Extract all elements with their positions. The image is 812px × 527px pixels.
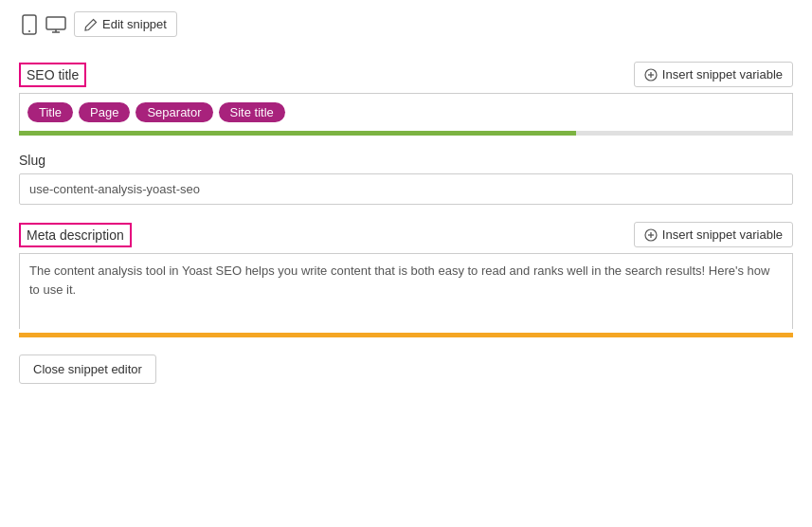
edit-snippet-label: Edit snippet — [102, 17, 167, 31]
seo-title-insert-variable-label: Insert snippet variable — [662, 67, 783, 82]
svg-rect-2 — [46, 17, 65, 29]
seo-title-section: SEO title Insert snippet variable Title … — [19, 62, 793, 136]
tag-page[interactable]: Page — [79, 102, 130, 122]
slug-input[interactable] — [19, 173, 793, 205]
plus-circle-icon-meta — [644, 228, 658, 242]
meta-description-label: Meta description — [19, 223, 132, 247]
seo-title-label: SEO title — [19, 63, 86, 87]
device-icons — [19, 16, 66, 33]
seo-title-insert-variable-button[interactable]: Insert snippet variable — [634, 62, 793, 87]
close-snippet-editor-button[interactable]: Close snippet editor — [19, 354, 156, 384]
meta-description-textarea[interactable]: The content analysis tool in Yoast SEO h… — [19, 253, 793, 329]
edit-snippet-button[interactable]: Edit snippet — [74, 11, 177, 37]
seo-title-tags-container[interactable]: Title Page Separator Site title — [19, 93, 793, 131]
tag-title[interactable]: Title — [27, 102, 73, 122]
desktop-icon[interactable] — [45, 16, 66, 33]
tag-site-title[interactable]: Site title — [219, 102, 285, 122]
mobile-icon[interactable] — [19, 16, 40, 33]
svg-point-1 — [28, 30, 30, 32]
meta-description-section: Meta description Insert snippet variable… — [19, 222, 793, 337]
meta-description-insert-variable-button[interactable]: Insert snippet variable — [634, 222, 793, 247]
tag-separator[interactable]: Separator — [135, 102, 212, 122]
meta-description-progress-fill — [19, 333, 793, 337]
meta-description-insert-variable-label: Insert snippet variable — [662, 227, 783, 242]
meta-description-progress-bar — [19, 333, 793, 337]
seo-title-progress-fill — [19, 131, 576, 136]
slug-label: Slug — [19, 153, 793, 168]
main-container: Edit snippet SEO title Insert snippet va… — [0, 0, 812, 403]
meta-description-header: Meta description Insert snippet variable — [19, 222, 793, 247]
seo-title-progress-bar — [19, 131, 793, 136]
pencil-icon — [84, 18, 98, 31]
plus-circle-icon — [644, 68, 658, 82]
slug-section: Slug — [19, 153, 793, 205]
seo-title-header: SEO title Insert snippet variable — [19, 62, 793, 87]
toolbar: Edit snippet — [19, 11, 793, 45]
